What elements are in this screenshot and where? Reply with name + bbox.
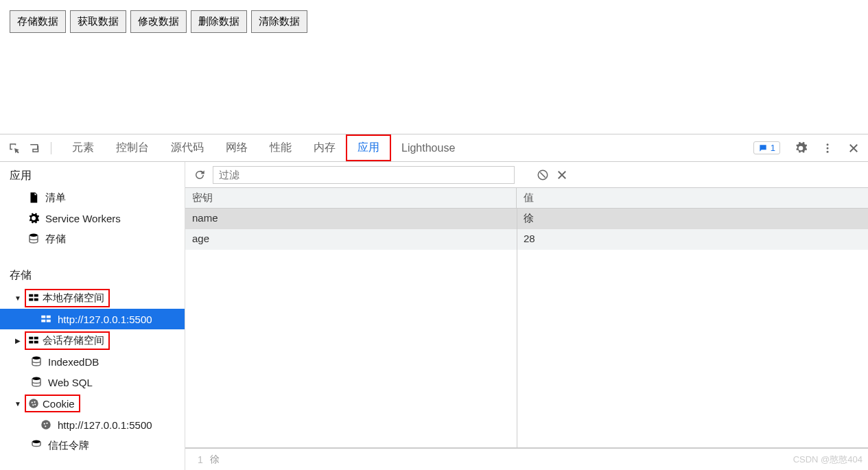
devtools-panel: 元素 控制台 源代码 网络 性能 内存 应用 Lighthouse 1 bbox=[0, 134, 868, 470]
sidebar-item-manifest[interactable]: 清单 bbox=[0, 187, 185, 208]
chevron-down-icon: ▼ bbox=[14, 294, 22, 302]
devtools-top-bar: 元素 控制台 源代码 网络 性能 内存 应用 Lighthouse 1 bbox=[0, 134, 868, 162]
svg-point-1 bbox=[827, 147, 829, 149]
svg-point-27 bbox=[32, 440, 40, 444]
delete-button[interactable]: 删除数据 bbox=[191, 10, 247, 33]
grid-icon bbox=[27, 334, 40, 346]
more-icon[interactable] bbox=[821, 142, 834, 154]
cell-value: 徐 bbox=[517, 209, 868, 229]
delete-selected-icon[interactable] bbox=[556, 169, 568, 181]
page-toolbar: 存储数据 获取数据 修改数据 删除数据 清除数据 bbox=[0, 0, 868, 43]
sidebar-item-storage[interactable]: 存储 bbox=[0, 228, 185, 249]
watermark: CSDN @憨憨404 bbox=[793, 454, 868, 466]
storage-table: 密钥 值 name 徐 age 28 bbox=[185, 188, 868, 448]
tree-trust-tokens[interactable]: 信任令牌 bbox=[0, 435, 185, 456]
svg-point-26 bbox=[45, 425, 46, 427]
tree-label: 会话存储空间 bbox=[43, 334, 104, 347]
svg-rect-15 bbox=[34, 341, 38, 344]
svg-point-23 bbox=[41, 420, 51, 430]
svg-rect-11 bbox=[47, 320, 51, 322]
modify-button[interactable]: 修改数据 bbox=[130, 10, 187, 33]
svg-rect-6 bbox=[29, 298, 33, 301]
tree-session-storage[interactable]: ▶ 会话存储空间 bbox=[0, 329, 185, 351]
document-icon bbox=[27, 191, 40, 204]
table-row[interactable]: name 徐 bbox=[185, 209, 868, 229]
tab-memory[interactable]: 内存 bbox=[303, 135, 347, 161]
database-icon bbox=[30, 355, 43, 368]
cell-key: age bbox=[185, 229, 517, 250]
sidebar-item-service-workers[interactable]: Service Workers bbox=[0, 208, 185, 228]
device-toggle-icon[interactable] bbox=[29, 142, 41, 154]
svg-point-16 bbox=[32, 357, 40, 360]
tab-performance[interactable]: 性能 bbox=[259, 135, 303, 161]
messages-badge[interactable]: 1 bbox=[753, 141, 780, 154]
svg-point-2 bbox=[827, 150, 829, 152]
database-icon bbox=[30, 439, 43, 451]
sidebar-item-label: Service Workers bbox=[45, 213, 121, 224]
inspect-icon[interactable] bbox=[8, 142, 21, 154]
cookie-icon bbox=[27, 397, 40, 410]
svg-rect-5 bbox=[34, 294, 38, 297]
database-icon bbox=[27, 233, 40, 245]
svg-point-24 bbox=[44, 423, 45, 424]
get-button[interactable]: 获取数据 bbox=[70, 10, 126, 33]
storage-content: 密钥 值 name 徐 age 28 1 徐 bbox=[185, 162, 868, 470]
line-number: 1 bbox=[198, 454, 203, 465]
cell-key: name bbox=[185, 209, 517, 229]
messages-count: 1 bbox=[771, 143, 775, 153]
application-sidebar: 应用 清单 Service Workers 存储 存储 ▼ 本地存储空间 bbox=[0, 162, 185, 470]
viewer-text: 徐 bbox=[210, 454, 220, 466]
clear-all-icon[interactable] bbox=[537, 169, 549, 181]
table-row[interactable]: age 28 bbox=[185, 229, 868, 250]
filter-input[interactable] bbox=[213, 166, 515, 184]
sidebar-item-label: 存储 bbox=[45, 233, 66, 246]
devtools-tabs: 元素 控制台 源代码 网络 性能 内存 应用 Lighthouse bbox=[61, 135, 753, 161]
tree-local-storage[interactable]: ▼ 本地存储空间 bbox=[0, 287, 185, 309]
svg-point-17 bbox=[32, 377, 40, 381]
tree-label: 信任令牌 bbox=[48, 439, 89, 452]
sidebar-section-app: 应用 bbox=[0, 162, 185, 187]
svg-rect-7 bbox=[34, 298, 38, 301]
svg-point-19 bbox=[32, 401, 33, 403]
tab-lighthouse[interactable]: Lighthouse bbox=[390, 137, 466, 160]
settings-icon[interactable] bbox=[794, 141, 808, 155]
chevron-right-icon: ▶ bbox=[14, 337, 22, 344]
cookie-icon bbox=[40, 419, 52, 431]
store-button[interactable]: 存储数据 bbox=[10, 10, 66, 33]
tab-sources[interactable]: 源代码 bbox=[160, 135, 215, 161]
chevron-down-icon: ▼ bbox=[14, 400, 22, 408]
sidebar-item-label: 清单 bbox=[45, 191, 66, 204]
svg-rect-10 bbox=[41, 320, 45, 322]
header-key[interactable]: 密钥 bbox=[185, 188, 517, 208]
tab-application[interactable]: 应用 bbox=[347, 135, 390, 161]
tree-cookie-origin[interactable]: http://127.0.0.1:5500 bbox=[0, 414, 185, 435]
header-value[interactable]: 值 bbox=[517, 188, 868, 208]
tree-indexeddb[interactable]: IndexedDB bbox=[0, 351, 185, 372]
tab-console[interactable]: 控制台 bbox=[105, 135, 160, 161]
clear-button[interactable]: 清除数据 bbox=[251, 10, 307, 33]
tab-network[interactable]: 网络 bbox=[215, 135, 259, 161]
svg-rect-9 bbox=[47, 316, 51, 318]
svg-rect-4 bbox=[29, 294, 33, 297]
gear-icon bbox=[27, 212, 40, 224]
tree-label: http://127.0.0.1:5500 bbox=[58, 419, 152, 431]
svg-point-22 bbox=[34, 403, 36, 405]
tab-elements[interactable]: 元素 bbox=[61, 135, 105, 161]
svg-point-20 bbox=[34, 401, 35, 403]
sidebar-section-storage: 存储 bbox=[0, 261, 185, 287]
value-viewer: 1 徐 CSDN @憨憨404 bbox=[185, 448, 868, 470]
svg-point-21 bbox=[32, 404, 34, 406]
tree-cookie[interactable]: ▼ Cookie bbox=[0, 392, 185, 414]
tree-label: IndexedDB bbox=[48, 356, 99, 368]
svg-point-25 bbox=[46, 423, 47, 424]
refresh-icon[interactable] bbox=[193, 169, 206, 181]
tree-websql[interactable]: Web SQL bbox=[0, 372, 185, 392]
svg-rect-12 bbox=[29, 337, 33, 340]
database-icon bbox=[30, 376, 43, 388]
tree-label: Web SQL bbox=[48, 377, 93, 388]
svg-point-0 bbox=[827, 143, 829, 145]
close-icon[interactable] bbox=[847, 142, 860, 154]
tree-local-storage-origin[interactable]: http://127.0.0.1:5500 bbox=[0, 309, 185, 329]
table-header: 密钥 值 bbox=[185, 188, 868, 209]
svg-point-18 bbox=[29, 399, 38, 408]
